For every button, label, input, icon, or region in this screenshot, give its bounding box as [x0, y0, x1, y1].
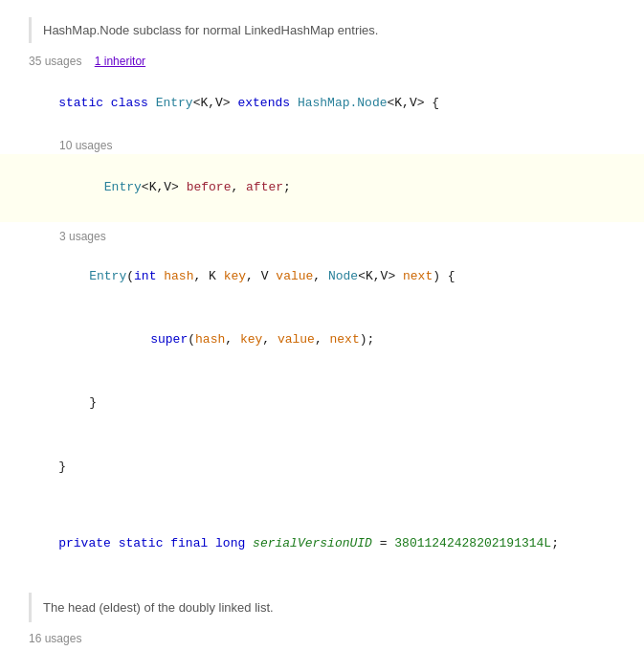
code-line-field: Entry<K,V> before, after;: [59, 180, 291, 215]
top-description-text: HashMap.Node subclass for normal LinkedH…: [43, 23, 378, 37]
code-line-super: super(hash, key, value, next);: [29, 308, 625, 371]
usages-row-3: 3 usages: [29, 226, 625, 245]
punc-super-end: );: [360, 332, 375, 347]
punc-lt: <K,V>: [193, 96, 238, 110]
arg-value: value: [278, 332, 315, 347]
punc-rparen: ) {: [433, 269, 455, 283]
kw-final: final: [170, 536, 215, 550]
usages-row-4: 16 usages: [29, 628, 625, 647]
arg-key: key: [240, 332, 262, 347]
arg-hash: hash: [195, 332, 225, 347]
field-serial: serialVersionUID: [253, 536, 372, 550]
class-node: Node: [328, 269, 358, 283]
punc-field-generic: <K,V>: [142, 180, 187, 194]
code-line-close-inner: }: [29, 371, 625, 435]
code-line-class: static class Entry<K,V> extends HashMap.…: [29, 72, 625, 135]
punc-c3: ,: [313, 269, 328, 283]
usages-row-2: 10 usages: [29, 135, 625, 154]
desc-head-text: The head (eldest) of the doubly linked l…: [43, 600, 274, 615]
punc-super-call: (: [188, 332, 195, 347]
usages-count-3: 3 usages: [59, 230, 106, 243]
brace-close-inner: }: [89, 395, 97, 410]
param-key: key: [224, 269, 246, 283]
punc-eq: =: [372, 536, 394, 550]
usages-count-1: 35 usages: [29, 55, 81, 68]
class-entry: Entry: [156, 96, 193, 110]
punc-c1: , K: [193, 269, 223, 283]
usages-count-4: 16 usages: [29, 632, 81, 645]
class-entry-ref: Entry: [104, 180, 142, 194]
code-line-close-outer: }: [29, 435, 625, 498]
description-head: The head (eldest) of the doubly linked l…: [29, 593, 625, 623]
usages-row-1: 35 usages 1 inheritor: [29, 51, 625, 70]
top-description-block: HashMap.Node subclass for normal LinkedH…: [29, 17, 625, 43]
punc-generic: <K,V> {: [388, 96, 440, 110]
kw-long: long: [215, 536, 253, 550]
field-before: before: [187, 180, 232, 194]
field-after: after: [246, 180, 283, 194]
class-hashmap-node: HashMap.Node: [298, 96, 388, 110]
punc-semi1: ;: [283, 180, 291, 194]
arg-next: next: [330, 332, 360, 347]
constructor-name: Entry: [89, 269, 126, 283]
punc-node-generic: <K,V>: [358, 269, 403, 283]
param-next: next: [403, 269, 433, 283]
code-line-serial: private static final long serialVersionU…: [29, 512, 625, 575]
serial-value: 38011242428202191314L: [394, 536, 551, 550]
punc-lparen: (: [126, 269, 134, 283]
highlighted-field-line: Entry<K,V> before, after;: [0, 154, 644, 221]
usages-count-2: 10 usages: [59, 139, 112, 152]
punc-comma: ,: [231, 180, 246, 194]
kw-static: static: [58, 96, 111, 110]
kw-private: private: [58, 536, 118, 550]
punc-c2: , V: [246, 269, 276, 283]
code-line-constructor: Entry(int hash, K key, V value, Node<K,V…: [29, 245, 625, 308]
punc-a1: ,: [225, 332, 240, 347]
punc-a3: ,: [315, 332, 330, 347]
punc-semi2: ;: [551, 536, 559, 550]
param-hash: hash: [164, 269, 193, 283]
punc-a2: ,: [262, 332, 278, 347]
param-value: value: [276, 269, 313, 283]
kw-class: class: [111, 96, 156, 110]
kw-super: super: [150, 332, 188, 347]
kw-static2: static: [119, 536, 171, 550]
inheritor-count: 1 inheritor: [95, 55, 145, 68]
kw-extends: extends: [237, 96, 297, 110]
kw-int: int: [134, 269, 164, 283]
brace-close-outer: }: [58, 460, 66, 474]
